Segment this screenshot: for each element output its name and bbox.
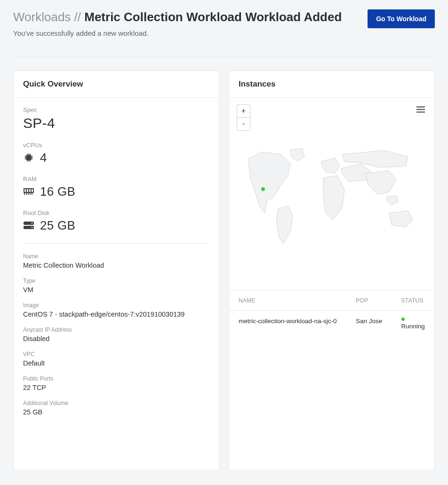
svg-rect-22 (32, 193, 32, 195)
map-area: + - (229, 98, 434, 291)
instance-status: Running (401, 323, 425, 330)
svg-rect-18 (24, 193, 25, 195)
svg-rect-0 (26, 155, 32, 160)
rootdisk-value: 25 GB (40, 218, 75, 233)
detail-volume-value: 25 GB (23, 408, 209, 416)
zoom-in-button[interactable]: + (237, 105, 250, 118)
svg-rect-29 (416, 111, 425, 113)
vcpus-value: 4 (40, 151, 47, 165)
instance-status-cell: Running (392, 310, 435, 336)
svg-point-26 (32, 227, 32, 228)
detail-ports-label: Public Ports (23, 375, 209, 382)
svg-rect-14 (24, 189, 26, 192)
detail-image-value: CentOS 7 - stackpath-edge/centos-7:v2019… (23, 310, 209, 318)
instances-title: Instances (229, 71, 434, 98)
go-to-workload-button[interactable]: Go To Workload (368, 9, 435, 28)
zoom-controls: + - (237, 104, 250, 131)
status-dot-icon (401, 318, 405, 321)
col-pop: POP (346, 291, 392, 311)
spec-label: Spec (23, 106, 209, 113)
svg-rect-20 (28, 193, 29, 195)
detail-type-value: VM (23, 286, 209, 294)
memory-icon (23, 186, 34, 197)
svg-point-25 (32, 223, 32, 224)
hamburger-icon[interactable] (416, 106, 425, 115)
page-subtitle: You've successfully added a new workload… (13, 29, 342, 37)
breadcrumb: Workloads // (13, 10, 84, 24)
world-map[interactable] (239, 145, 417, 248)
detail-ports-value: 22 TCP (23, 384, 209, 391)
detail-name: Name Metric Collection Workload (23, 253, 209, 269)
detail-anycast-label: Anycast IP Address (23, 326, 209, 333)
instance-name: metric-collection-workload-na-sjc-0 (229, 310, 346, 336)
cpu-icon (23, 152, 34, 163)
ram-block: RAM (23, 175, 209, 199)
ram-label: RAM (23, 175, 209, 183)
spec-value: SP-4 (23, 115, 209, 131)
detail-name-label: Name (23, 253, 209, 260)
detail-volume: Additional Volume 25 GB (23, 400, 209, 416)
detail-volume-label: Additional Volume (23, 400, 209, 406)
divider (23, 243, 209, 244)
detail-vpc-label: VPC (23, 351, 209, 358)
detail-vpc: VPC Default (23, 351, 209, 367)
disk-icon (23, 220, 34, 231)
ram-value: 16 GB (40, 184, 75, 199)
page-header: Workloads // Metric Collection Workload … (13, 9, 435, 56)
map-marker-san-jose[interactable] (261, 187, 265, 191)
col-name: NAME (229, 291, 346, 311)
detail-type-label: Type (23, 278, 209, 284)
detail-ports: Public Ports 22 TCP (23, 375, 209, 391)
quick-overview-title: Quick Overview (14, 71, 219, 98)
rootdisk-block: Root Disk 25 GB (23, 209, 209, 233)
svg-rect-27 (416, 106, 425, 108)
instance-pop: San Jose (346, 310, 392, 336)
detail-anycast-value: Disabled (23, 335, 209, 342)
quick-overview-card: Quick Overview Spec SP-4 vCPUs (13, 71, 219, 470)
vcpus-block: vCPUs 4 (23, 142, 209, 165)
svg-rect-16 (29, 189, 31, 192)
instances-card: Instances + - (229, 71, 435, 470)
col-status: STATUS (392, 291, 435, 311)
title-main: Metric Collection Workload Workload Adde… (84, 10, 342, 24)
rootdisk-label: Root Disk (23, 209, 209, 216)
detail-name-value: Metric Collection Workload (23, 262, 209, 269)
detail-vpc-value: Default (23, 359, 209, 367)
instances-table: NAME POP STATUS metric-collection-worklo… (229, 291, 434, 336)
svg-rect-19 (26, 193, 27, 195)
svg-rect-28 (416, 109, 425, 110)
detail-type: Type VM (23, 278, 209, 294)
svg-rect-15 (27, 189, 28, 192)
table-row[interactable]: metric-collection-workload-na-sjc-0 San … (229, 310, 434, 336)
zoom-out-button[interactable]: - (237, 118, 250, 130)
vcpus-label: vCPUs (23, 142, 209, 149)
detail-image: Image CentOS 7 - stackpath-edge/centos-7… (23, 302, 209, 318)
spec-block: Spec SP-4 (23, 106, 209, 131)
detail-image-label: Image (23, 302, 209, 309)
page-title: Workloads // Metric Collection Workload … (13, 9, 342, 25)
detail-anycast: Anycast IP Address Disabled (23, 326, 209, 342)
svg-rect-17 (32, 189, 33, 192)
svg-rect-21 (30, 193, 31, 195)
title-block: Workloads // Metric Collection Workload … (13, 9, 342, 37)
